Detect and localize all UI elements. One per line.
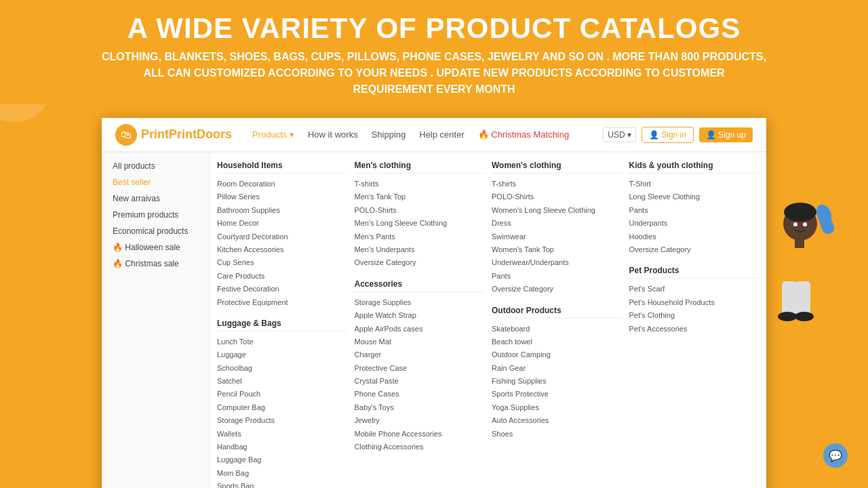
hero-subtitle-line1: CLOTHING, BLANKETS, SHOES, BAGS, CUPS, P… [102, 51, 766, 62]
svg-rect-12 [795, 239, 804, 248]
item-cup-series[interactable]: Cup Series [217, 256, 348, 269]
item-womens-tshirts[interactable]: T-shirts [492, 178, 623, 190]
page-wrapper: A WIDE VARIETY OF PRODUCT CATALOGS CLOTH… [0, 0, 868, 488]
sidebar-halloween[interactable]: Halloween sale [102, 239, 210, 256]
item-home-decor[interactable]: Home Decor [217, 217, 348, 230]
item-storage-products[interactable]: Storage Products [217, 414, 348, 427]
item-skateboard[interactable]: Skateboard [492, 323, 623, 336]
item-mens-tank[interactable]: Men's Tank Top [355, 190, 486, 203]
nav-how-it-works[interactable]: How it works [308, 129, 358, 140]
sidebar-best-seller[interactable]: Best seller [102, 174, 210, 190]
section-accessories: Accessories Storage Supplies Apple Watch… [355, 279, 486, 454]
item-computer-bag[interactable]: Computer Bag [217, 401, 348, 414]
item-handbag[interactable]: Handbag [217, 441, 348, 453]
kids-header: Kids & youth clothing [629, 161, 760, 174]
item-schoolbag[interactable]: Schoolbag [217, 362, 348, 375]
item-beach-towel[interactable]: Beach towel [492, 336, 623, 348]
item-fishing[interactable]: Fishing Supplies [492, 375, 623, 388]
item-kids-oversize[interactable]: Oversize Category [629, 243, 760, 256]
item-mens-oversize[interactable]: Oversize Category [355, 256, 486, 269]
luggage-header: Luggage & Bags [217, 319, 348, 331]
item-jewelry[interactable]: Jewelry [355, 414, 486, 427]
nav-christmas[interactable]: 🔥 Christmas Matching [478, 129, 569, 140]
item-storage-supplies[interactable]: Storage Supplies [355, 296, 486, 309]
item-clothing-accessories[interactable]: Clothing Accessories [355, 441, 486, 453]
item-swimwear[interactable]: Swimwear [492, 230, 623, 243]
sidebar-all-products[interactable]: All products [102, 158, 210, 174]
item-pencil-pouch[interactable]: Pencil Pouch [217, 388, 348, 401]
item-pet-clothing[interactable]: Pet's Clothing [629, 309, 760, 322]
item-shoes[interactable]: Shoes [492, 428, 623, 441]
item-kids-pants[interactable]: Pants [629, 204, 760, 217]
item-kids-underpants[interactable]: Underpants [629, 217, 760, 230]
item-womens-long-sleeve[interactable]: Women's Long Sleeve Clothing [492, 204, 623, 217]
item-apple-watch[interactable]: Apple Watch Strap [355, 309, 486, 322]
item-womens-pants[interactable]: Pants [492, 270, 623, 283]
item-mens-long-sleeve[interactable]: Men's Long Sleeve Clothing [355, 217, 486, 230]
item-protective-case[interactable]: Protective Case [355, 362, 486, 375]
item-care-products[interactable]: Care Products [217, 270, 348, 283]
item-airpods[interactable]: Apple AirPods cases [355, 323, 486, 336]
item-crystal-paste[interactable]: Crystal Paste [355, 375, 486, 388]
chat-icon[interactable]: 💬 [823, 443, 848, 468]
item-outdoor-camping[interactable]: Outdoor Camping [492, 348, 623, 361]
item-lunch-tote[interactable]: Lunch Tote [217, 336, 348, 348]
item-mouse-mat[interactable]: Mouse Mat [355, 336, 486, 348]
col-womens-outdoor: Women's clothing T-shirts POLO-Shirts Wo… [492, 161, 623, 488]
item-dress[interactable]: Dress [492, 217, 623, 230]
item-luggage[interactable]: Luggage [217, 348, 348, 361]
item-phone-cases[interactable]: Phone Cases [355, 388, 486, 401]
sidebar-christmas[interactable]: Christmas sale [102, 256, 210, 272]
item-mom-bag[interactable]: Mom Bag [217, 467, 348, 480]
item-pet-accessories[interactable]: Pet's Accessories [629, 323, 760, 336]
item-room-decoration[interactable]: Room Decoration [217, 178, 348, 190]
signup-button[interactable]: 👤 Sign up [699, 127, 753, 142]
item-wallets[interactable]: Wallets [217, 428, 348, 441]
item-pet-household[interactable]: Pet's Household Products [629, 296, 760, 309]
item-satchel[interactable]: Satchel [217, 375, 348, 388]
browser-window-container: 🛍 PrintPrintDoors Products ▾ How it work… [0, 104, 868, 488]
item-festive[interactable]: Festive Decoration [217, 283, 348, 296]
item-bathroom-supplies[interactable]: Bathroom Supplies [217, 204, 348, 217]
browser-window: 🛍 PrintPrintDoors Products ▾ How it work… [102, 118, 766, 488]
item-sports-bag[interactable]: Sports Bag [217, 480, 348, 488]
sidebar-economical[interactable]: Economical products [102, 223, 210, 239]
item-hoodies[interactable]: Hoodies [629, 230, 760, 243]
item-underwear[interactable]: Underwear/Underpants [492, 256, 623, 269]
item-womens-tank[interactable]: Women's Tank Top [492, 243, 623, 256]
item-kids-tshirt[interactable]: T-Shirt [629, 178, 760, 190]
dropdown-menu: All products Best seller New arraivas Pr… [102, 152, 766, 488]
item-sports-protective[interactable]: Sports Protective [492, 388, 623, 401]
item-mens-tshirts[interactable]: T-shirts [355, 178, 486, 190]
item-mobile-accessories[interactable]: Mobile Phone Accessories [355, 428, 486, 441]
signin-button[interactable]: 👤 Sign in [642, 127, 694, 143]
item-luggage-bag[interactable]: Luggage Bag [217, 453, 348, 466]
item-pillow-series[interactable]: Pillow Series [217, 190, 348, 203]
nav-links: Products ▾ How it works Shipping Help ce… [252, 129, 603, 140]
nav-help-center[interactable]: Help center [419, 129, 464, 140]
item-kitchen[interactable]: Kitchen Accessories [217, 243, 348, 256]
sidebar-new-arrivals[interactable]: New arraivas [102, 190, 210, 207]
item-charger[interactable]: Charger [355, 348, 486, 361]
logo-icon: 🛍 [115, 124, 137, 146]
item-pet-scarf[interactable]: Pet's Scarf [629, 283, 760, 296]
item-womens-polo[interactable]: POLO-Shirts [492, 190, 623, 203]
item-rain-gear[interactable]: Rain Gear [492, 362, 623, 375]
item-baby-toys[interactable]: Baby's Toys [355, 401, 486, 414]
household-header: Household Items [217, 161, 348, 174]
item-kids-long-sleeve[interactable]: Long Sleeve Clothing [629, 190, 760, 203]
nav-products[interactable]: Products ▾ [252, 129, 294, 140]
currency-selector[interactable]: USD ▾ [603, 127, 636, 142]
navbar: 🛍 PrintPrintDoors Products ▾ How it work… [102, 118, 766, 152]
nav-shipping[interactable]: Shipping [372, 129, 406, 140]
item-auto-accessories[interactable]: Auto Accessories [492, 414, 623, 427]
logo: 🛍 PrintPrintDoors [115, 124, 232, 146]
item-yoga[interactable]: Yoga Supplies [492, 401, 623, 414]
item-protective-equipment[interactable]: Protective Equipment [217, 296, 348, 309]
item-mens-underpants[interactable]: Men's Underpants [355, 243, 486, 256]
item-womens-oversize[interactable]: Oversize Category [492, 283, 623, 296]
sidebar-premium[interactable]: Premium products [102, 207, 210, 223]
item-courtyard[interactable]: Courtyard Decoration [217, 230, 348, 243]
item-mens-pants[interactable]: Men's Pants [355, 230, 486, 243]
item-mens-polo[interactable]: POLO-Shirts [355, 204, 486, 217]
